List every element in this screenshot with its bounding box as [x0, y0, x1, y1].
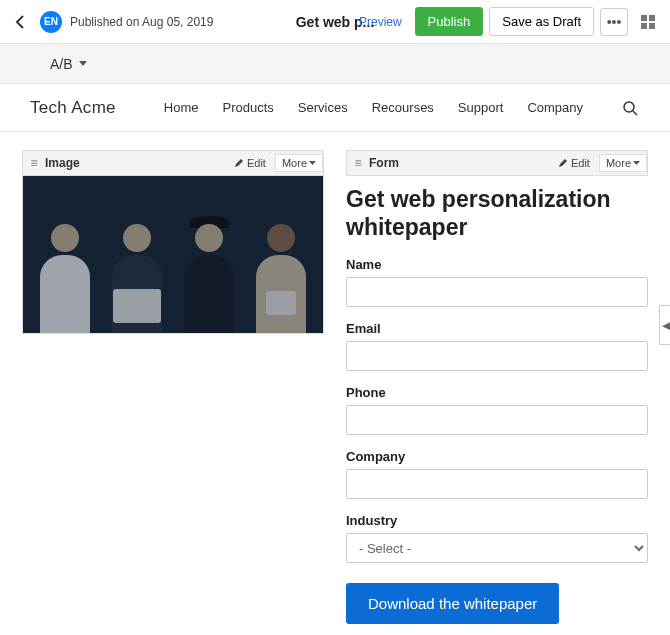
- image-block-label: Image: [45, 156, 80, 170]
- caret-down-icon: [79, 61, 87, 66]
- form-block-header: ≡ Form Edit More: [346, 150, 648, 176]
- image-block-header: ≡ Image Edit More: [22, 150, 324, 176]
- nav-recourses[interactable]: Recourses: [360, 100, 446, 115]
- nav-company[interactable]: Company: [515, 100, 595, 115]
- edit-label: Edit: [571, 157, 590, 169]
- edit-label: Edit: [247, 157, 266, 169]
- drag-handle-icon[interactable]: ≡: [23, 156, 45, 170]
- pencil-icon: [234, 158, 244, 168]
- chevron-left-icon: ◀: [662, 319, 670, 332]
- more-label: More: [282, 157, 307, 169]
- ab-test-bar: A/B: [0, 44, 670, 84]
- email-label: Email: [346, 321, 648, 336]
- industry-label: Industry: [346, 513, 648, 528]
- chevron-left-icon: [15, 15, 25, 29]
- nav-products[interactable]: Products: [211, 100, 286, 115]
- pencil-icon: [558, 158, 568, 168]
- image-more-button[interactable]: More: [275, 154, 323, 172]
- caret-down-icon: [633, 161, 640, 165]
- form-title: Get web personalization whitepaper: [346, 186, 648, 241]
- back-button[interactable]: [8, 10, 32, 34]
- industry-select[interactable]: - Select -: [346, 533, 648, 563]
- preview-link[interactable]: Preview: [359, 15, 402, 29]
- published-date: Published on Aug 05, 2019: [70, 15, 213, 29]
- nav-support[interactable]: Support: [446, 100, 516, 115]
- brand-logo: Tech Acme: [30, 98, 116, 118]
- company-input[interactable]: [346, 469, 648, 499]
- hero-image[interactable]: [22, 176, 324, 334]
- publish-button[interactable]: Publish: [415, 7, 484, 36]
- image-column: ≡ Image Edit More: [22, 150, 324, 624]
- svg-point-0: [624, 102, 634, 112]
- name-label: Name: [346, 257, 648, 272]
- phone-label: Phone: [346, 385, 648, 400]
- name-input[interactable]: [346, 277, 648, 307]
- phone-input[interactable]: [346, 405, 648, 435]
- save-draft-button[interactable]: Save as Draft: [489, 7, 594, 36]
- grid-icon: [641, 15, 655, 29]
- right-panel-toggle[interactable]: ◀: [659, 305, 670, 345]
- image-edit-button[interactable]: Edit: [229, 155, 271, 171]
- email-input[interactable]: [346, 341, 648, 371]
- site-nav: Tech Acme Home Products Services Recours…: [0, 84, 670, 132]
- form-column: ≡ Form Edit More Get web personalization…: [346, 150, 648, 624]
- ab-label: A/B: [50, 56, 73, 72]
- more-menu-button[interactable]: •••: [600, 8, 628, 36]
- form-block-label: Form: [369, 156, 399, 170]
- company-label: Company: [346, 449, 648, 464]
- workspace: ≡ Image Edit More: [0, 132, 670, 635]
- topbar: EN Published on Aug 05, 2019 Get web p..…: [0, 0, 670, 44]
- more-label: More: [606, 157, 631, 169]
- ab-dropdown[interactable]: A/B: [50, 56, 87, 72]
- nav-services[interactable]: Services: [286, 100, 360, 115]
- nav-home[interactable]: Home: [152, 100, 211, 115]
- caret-down-icon: [309, 161, 316, 165]
- form-more-button[interactable]: More: [599, 154, 647, 172]
- search-icon: [622, 100, 638, 116]
- language-badge[interactable]: EN: [40, 11, 62, 33]
- svg-line-1: [633, 111, 637, 115]
- search-button[interactable]: [620, 98, 640, 118]
- drag-handle-icon[interactable]: ≡: [347, 156, 369, 170]
- form-edit-button[interactable]: Edit: [553, 155, 595, 171]
- layout-grid-button[interactable]: [634, 8, 662, 36]
- download-button[interactable]: Download the whitepaper: [346, 583, 559, 624]
